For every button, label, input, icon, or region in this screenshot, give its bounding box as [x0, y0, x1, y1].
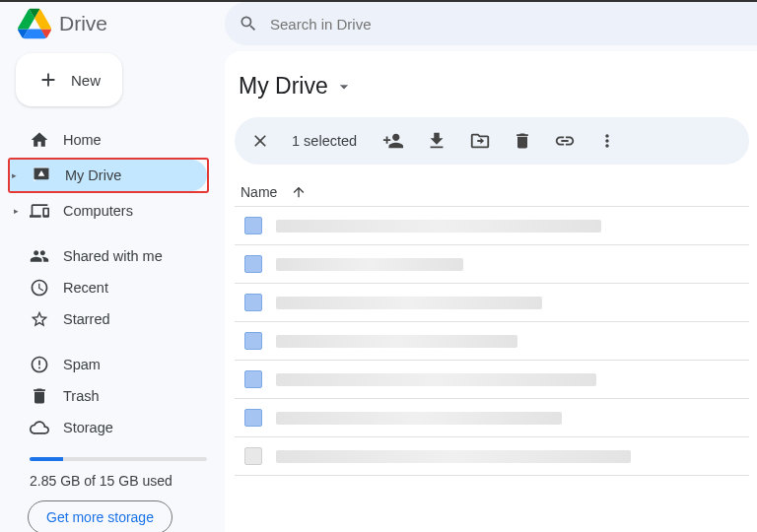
- sidebar-item-label: Starred: [63, 311, 110, 327]
- file-name-redacted: [276, 450, 631, 463]
- sidebar-item-home[interactable]: Home: [12, 124, 217, 156]
- search-icon: [239, 14, 258, 33]
- sidebar-item-label: Recent: [63, 280, 108, 296]
- table-row[interactable]: [235, 283, 749, 321]
- storage-text: 2.85 GB of 15 GB used: [12, 469, 217, 500]
- sidebar-item-label: Spam: [63, 357, 101, 372]
- storage-bar: [30, 457, 207, 461]
- file-name-redacted: [276, 373, 596, 386]
- column-header[interactable]: Name: [235, 176, 749, 206]
- file-icon: [244, 217, 262, 234]
- sidebar-item-label: Home: [63, 132, 102, 148]
- file-icon: [244, 370, 262, 388]
- trash-icon: [30, 386, 49, 406]
- spam-icon: [30, 355, 49, 374]
- new-button-label: New: [71, 72, 101, 89]
- logo-area[interactable]: Drive: [0, 7, 225, 40]
- file-icon: [244, 447, 262, 465]
- download-icon[interactable]: [426, 130, 447, 152]
- get-more-storage-button[interactable]: Get more storage: [28, 500, 172, 532]
- sidebar-item-label: Computers: [63, 203, 133, 219]
- sidebar-item-storage[interactable]: Storage: [12, 412, 217, 443]
- home-icon: [30, 130, 49, 150]
- sidebar-item-label: My Drive: [65, 167, 121, 183]
- drive-icon: [32, 166, 51, 185]
- delete-icon[interactable]: [513, 131, 532, 151]
- star-icon: [30, 309, 49, 329]
- table-row[interactable]: [235, 244, 749, 283]
- search-bar[interactable]: [225, 2, 757, 45]
- sidebar-item-shared with me[interactable]: Shared with me: [12, 240, 217, 272]
- table-row[interactable]: [235, 321, 749, 360]
- plus-icon: [37, 69, 59, 91]
- highlight-box: ▸My Drive: [8, 158, 209, 193]
- table-row[interactable]: [235, 398, 749, 436]
- table-row[interactable]: [235, 436, 749, 476]
- sidebar-item-spam[interactable]: Spam: [12, 349, 217, 380]
- devices-icon: [30, 201, 49, 221]
- sidebar: New Home▸My Drive▸Computers Shared with …: [0, 45, 225, 532]
- close-icon[interactable]: [250, 131, 270, 151]
- file-icon: [244, 409, 262, 427]
- new-button[interactable]: New: [16, 53, 122, 106]
- file-name-redacted: [276, 297, 542, 309]
- share-icon[interactable]: [382, 130, 404, 152]
- sidebar-item-trash[interactable]: Trash: [12, 380, 217, 412]
- sidebar-item-label: Storage: [63, 420, 113, 435]
- sidebar-item-starred[interactable]: Starred: [12, 303, 217, 335]
- header: Drive: [0, 2, 757, 45]
- sidebar-item-label: Trash: [63, 388, 100, 404]
- file-name-redacted: [276, 258, 463, 271]
- file-name-redacted: [276, 412, 562, 425]
- app-name: Drive: [59, 12, 107, 35]
- chevron-down-icon: [334, 77, 354, 97]
- file-icon: [244, 332, 262, 350]
- file-icon: [244, 294, 262, 311]
- drive-logo-icon: [18, 7, 51, 40]
- clock-icon: [30, 278, 49, 298]
- people-icon: [30, 246, 49, 266]
- file-name-redacted: [276, 335, 517, 348]
- column-name: Name: [241, 184, 277, 200]
- file-name-redacted: [276, 220, 601, 233]
- sidebar-item-computers[interactable]: ▸Computers: [12, 195, 217, 227]
- sort-asc-icon[interactable]: [291, 184, 307, 200]
- table-row[interactable]: [235, 360, 749, 398]
- more-icon[interactable]: [597, 131, 617, 151]
- file-icon: [244, 255, 262, 273]
- sidebar-item-recent[interactable]: Recent: [12, 272, 217, 303]
- selection-toolbar: 1 selected: [235, 117, 749, 165]
- cloud-icon: [30, 418, 49, 437]
- breadcrumb[interactable]: My Drive: [235, 67, 749, 117]
- main-panel: My Drive 1 selected Name: [225, 51, 757, 532]
- table-row[interactable]: [235, 206, 749, 244]
- page-title: My Drive: [239, 73, 328, 100]
- move-icon[interactable]: [469, 130, 491, 152]
- sidebar-item-label: Shared with me: [63, 248, 163, 264]
- sidebar-item-my drive[interactable]: ▸My Drive: [10, 160, 207, 191]
- search-input[interactable]: [270, 16, 749, 33]
- selected-count: 1 selected: [292, 133, 357, 149]
- link-icon[interactable]: [554, 130, 576, 152]
